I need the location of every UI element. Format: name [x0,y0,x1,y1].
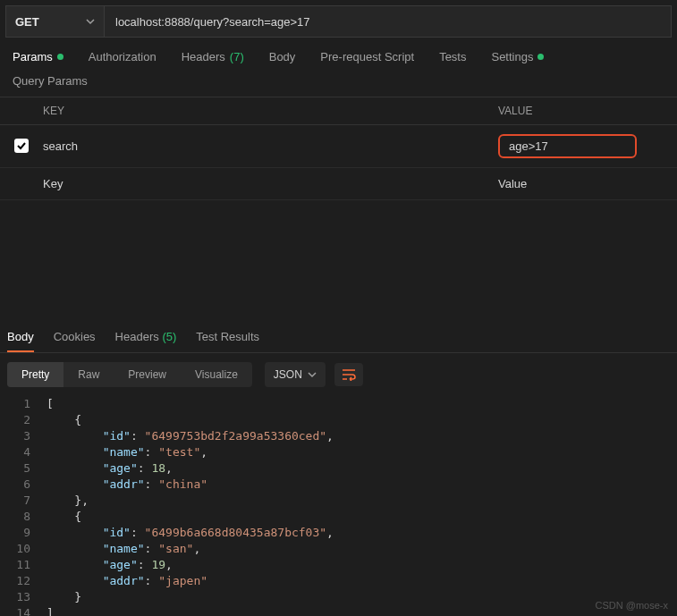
tab-body[interactable]: Body [269,50,296,63]
wrap-icon [342,368,356,381]
col-header-value: VALUE [498,97,677,125]
request-tabs: Params Authorization Headers (7) Body Pr… [0,38,677,71]
resp-tab-headers[interactable]: Headers (5) [115,330,177,352]
chevron-down-icon [308,370,317,379]
status-dot-icon [57,54,63,60]
table-row[interactable]: search age>17 [0,125,677,168]
method-select[interactable]: GET [5,5,104,38]
resp-tab-tests[interactable]: Test Results [196,330,259,352]
tab-authorization[interactable]: Authorization [89,50,157,63]
url-input[interactable] [104,5,672,38]
view-raw[interactable]: Raw [63,362,114,387]
resp-tab-cookies[interactable]: Cookies [54,330,96,352]
resp-headers-count: (5) [162,330,176,343]
format-select[interactable]: JSON [265,362,326,387]
response-tabs: Body Cookies Headers (5) Test Results [0,321,677,353]
chevron-down-icon [86,17,95,26]
col-header-key: KEY [43,97,498,125]
status-dot-icon [537,54,544,60]
param-value[interactable]: age>17 [498,134,637,158]
section-label: Query Params [0,71,677,97]
tab-headers[interactable]: Headers (7) [182,50,244,63]
param-key[interactable]: search [43,125,498,168]
watermark: CSDN @mose-x [596,600,668,611]
method-label: GET [15,15,39,29]
view-visualize[interactable]: Visualize [181,362,252,387]
view-pretty[interactable]: Pretty [7,362,63,387]
row-checkbox[interactable] [14,139,29,153]
response-body[interactable]: 1[2 {3 "id": "6499753bd2f2a99a53360ced",… [0,396,677,616]
view-preview[interactable]: Preview [114,362,181,387]
params-table: KEY VALUE search age>17 Key Value [0,97,677,200]
wrap-lines-button[interactable] [334,363,363,386]
tab-tests[interactable]: Tests [439,50,466,63]
param-key-placeholder[interactable]: Key [43,168,498,200]
tab-settings[interactable]: Settings [491,50,544,63]
table-row-empty[interactable]: Key Value [0,168,677,200]
headers-count: (7) [230,50,244,63]
param-value-placeholder[interactable]: Value [498,168,677,200]
view-mode-buttons: Pretty Raw Preview Visualize [7,362,252,387]
resp-tab-body[interactable]: Body [7,330,34,352]
tab-params[interactable]: Params [13,50,63,63]
tab-prerequest[interactable]: Pre-request Script [320,50,414,63]
